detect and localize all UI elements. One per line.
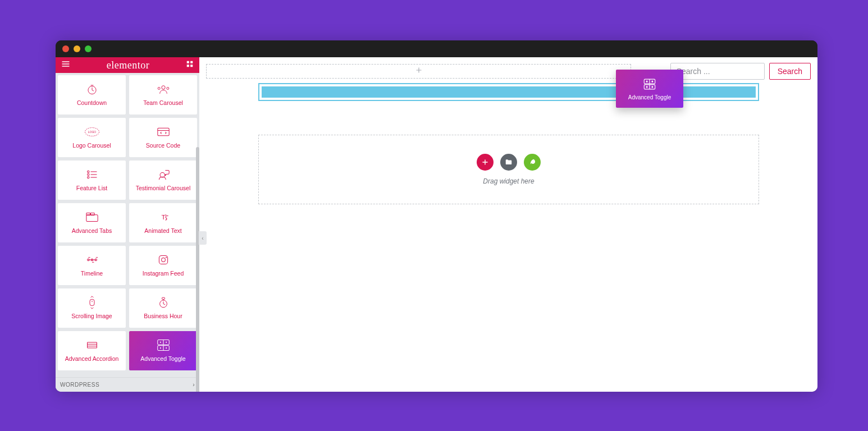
app-title: elementor — [107, 59, 149, 71]
app-window: elementor CountdownTeam CarouselLOGOLogo… — [56, 40, 817, 392]
window-zoom-dot[interactable] — [85, 45, 92, 52]
window-close-dot[interactable] — [62, 45, 69, 52]
search-wrap: Search — [670, 63, 811, 80]
window-min-dot[interactable] — [74, 45, 80, 52]
widget-label: Timeline — [81, 270, 103, 277]
toggle-icon — [156, 338, 171, 352]
countdown-icon — [84, 82, 100, 97]
svg-text:T: T — [161, 213, 165, 221]
widget-label: Animated Text — [144, 228, 181, 235]
svg-line-6 — [92, 90, 94, 91]
svg-rect-31 — [159, 256, 167, 264]
scroll-image-icon — [85, 295, 99, 310]
widget-feature-list[interactable]: Feature List — [58, 161, 126, 200]
widget-grid: CountdownTeam CarouselLOGOLogo CarouselS… — [56, 73, 199, 377]
plus-icon — [415, 66, 423, 76]
envato-button[interactable] — [524, 154, 541, 171]
svg-text:LOGO: LOGO — [88, 131, 96, 134]
widget-instagram-feed[interactable]: Instagram Feed — [129, 246, 197, 285]
widget-logo-carousel[interactable]: LOGOLogo Carousel — [58, 118, 126, 157]
widget-label: Advanced Accordion — [65, 356, 119, 363]
svg-point-19 — [87, 177, 89, 178]
sidebar-header: elementor — [56, 57, 199, 73]
widget-label: Testimonial Carousel — [136, 185, 190, 192]
svg-point-56 — [646, 81, 647, 82]
svg-point-33 — [166, 257, 167, 258]
widget-label: Source Code — [146, 143, 180, 149]
chevron-right-icon: › — [193, 382, 195, 388]
svg-point-50 — [159, 347, 161, 349]
widget-sidebar: elementor CountdownTeam CarouselLOGOLogo… — [56, 57, 199, 392]
widget-business-hour[interactable]: Business Hour — [129, 288, 197, 328]
drop-hint-text: Drag widget here — [483, 177, 534, 185]
list-icon — [84, 167, 100, 182]
widget-scrolling-image[interactable]: Scrolling Image — [58, 288, 126, 328]
widget-label: Advanced Toggle — [140, 356, 185, 363]
widget-testimonial-carousel[interactable]: Testimonial Carousel — [129, 161, 197, 200]
widget-advanced-accordion[interactable]: Advanced Accordion — [58, 331, 126, 370]
team-icon — [156, 82, 171, 97]
svg-point-8 — [161, 86, 165, 89]
testimonial-icon — [156, 167, 171, 182]
svg-line-38 — [163, 304, 165, 305]
svg-rect-1 — [190, 61, 193, 63]
widget-team-carousel[interactable]: Team Carousel — [129, 75, 197, 114]
svg-rect-13 — [157, 128, 168, 136]
logo-icon: LOGO — [84, 125, 100, 139]
menu-icon[interactable] — [61, 59, 70, 71]
business-hour-icon — [157, 295, 170, 310]
widget-label: Scrolling Image — [71, 313, 112, 320]
tabs-icon — [84, 210, 100, 224]
add-section-button[interactable] — [477, 154, 494, 171]
widget-label: Feature List — [76, 185, 107, 192]
svg-point-49 — [166, 342, 167, 343]
section-label: WORDPRESS — [60, 382, 99, 388]
accordion-icon — [84, 338, 100, 352]
widget-label: Logo Carousel — [72, 143, 111, 149]
widget-label: Countdown — [77, 100, 107, 107]
svg-rect-34 — [90, 300, 94, 306]
editor-canvas: ‹ Search — [199, 57, 817, 392]
template-library-button[interactable] — [500, 154, 517, 171]
section-wordpress[interactable]: WORDPRESS › — [56, 377, 199, 392]
search-input[interactable] — [670, 63, 765, 80]
timeline-icon — [84, 253, 100, 267]
widget-advanced-tabs[interactable]: Advanced Tabs — [58, 203, 126, 242]
widget-animated-text[interactable]: TAnimated Text — [129, 203, 197, 242]
svg-point-17 — [87, 174, 89, 176]
svg-rect-41 — [87, 342, 97, 348]
empty-section[interactable]: Drag widget here — [258, 135, 759, 204]
svg-rect-2 — [187, 65, 189, 67]
widget-advanced-toggle[interactable]: Advanced Toggle — [129, 331, 197, 370]
svg-point-26 — [167, 216, 168, 217]
svg-rect-3 — [190, 65, 193, 67]
instagram-icon — [156, 253, 171, 267]
grid-icon[interactable] — [186, 60, 194, 70]
widget-source-code[interactable]: Source Code — [129, 118, 197, 157]
widget-label: Team Carousel — [143, 100, 183, 107]
svg-point-48 — [159, 342, 161, 343]
svg-point-15 — [87, 171, 89, 172]
widget-label: Business Hour — [144, 313, 182, 320]
window-titlebar — [56, 40, 817, 57]
active-drop-zone[interactable] — [258, 83, 759, 101]
svg-point-10 — [166, 88, 168, 90]
animated-text-icon: T — [156, 210, 171, 224]
widget-countdown[interactable]: Countdown — [58, 75, 126, 114]
widget-label: Instagram Feed — [143, 270, 184, 277]
code-icon — [156, 125, 171, 139]
svg-point-51 — [166, 347, 167, 349]
svg-rect-22 — [86, 215, 97, 222]
svg-rect-0 — [187, 61, 189, 63]
widget-label: Advanced Tabs — [72, 228, 112, 235]
svg-point-57 — [652, 81, 653, 82]
svg-point-9 — [158, 88, 160, 90]
search-button[interactable]: Search — [769, 63, 811, 80]
section-actions — [477, 154, 541, 171]
sidebar-collapse-handle[interactable]: ‹ — [199, 231, 207, 245]
svg-point-32 — [161, 258, 165, 262]
widget-timeline[interactable]: Timeline — [58, 246, 126, 285]
drop-indicator — [262, 86, 756, 98]
add-section-bar[interactable] — [206, 64, 631, 79]
svg-rect-39 — [162, 297, 165, 299]
